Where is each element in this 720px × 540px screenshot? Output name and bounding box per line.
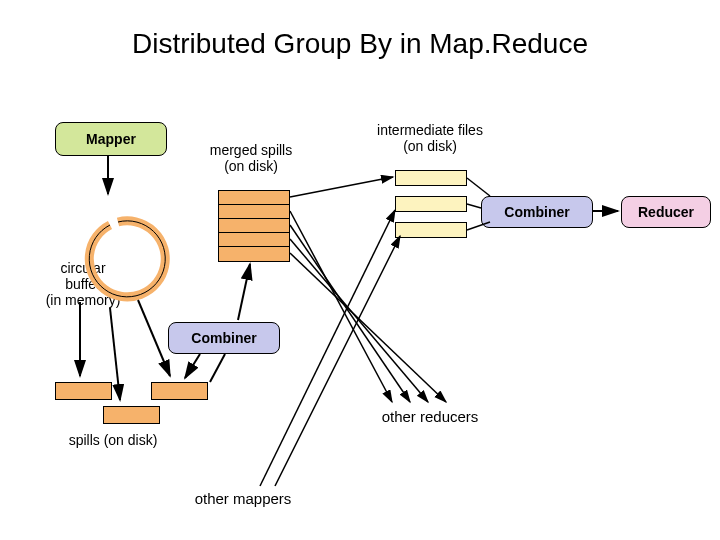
mapper-box: Mapper xyxy=(55,122,167,156)
svg-line-5 xyxy=(210,354,225,382)
svg-line-15 xyxy=(467,204,481,208)
merged-spills-label: merged spills (on disk) xyxy=(196,142,306,174)
svg-line-13 xyxy=(275,236,400,486)
combiner-box-1: Combiner xyxy=(168,322,280,354)
combiner-label-1: Combiner xyxy=(191,330,256,346)
spill-rect xyxy=(151,382,208,400)
combiner-label-2: Combiner xyxy=(504,204,569,220)
other-reducers-label: other reducers xyxy=(370,408,490,425)
svg-line-11 xyxy=(290,253,446,402)
other-mappers-label: other mappers xyxy=(188,490,298,507)
svg-line-7 xyxy=(290,177,393,197)
page-title: Distributed Group By in Map.Reduce xyxy=(0,28,720,60)
spills-label: spills (on disk) xyxy=(58,432,168,448)
svg-line-4 xyxy=(185,354,200,378)
svg-line-6 xyxy=(238,264,250,320)
combiner-box-2: Combiner xyxy=(481,196,593,228)
reducer-label: Reducer xyxy=(638,204,694,220)
svg-line-10 xyxy=(290,239,428,402)
spill-rect xyxy=(55,382,112,400)
svg-line-3 xyxy=(138,300,170,376)
circular-buffer-label: circular buffer (in memory) xyxy=(38,260,128,308)
intermediate-label: intermediate files (on disk) xyxy=(360,122,500,154)
spill-rect xyxy=(103,406,160,424)
svg-line-14 xyxy=(467,178,490,196)
mapper-label: Mapper xyxy=(86,131,136,147)
svg-line-8 xyxy=(290,211,392,402)
svg-line-9 xyxy=(290,225,410,402)
reducer-box: Reducer xyxy=(621,196,711,228)
